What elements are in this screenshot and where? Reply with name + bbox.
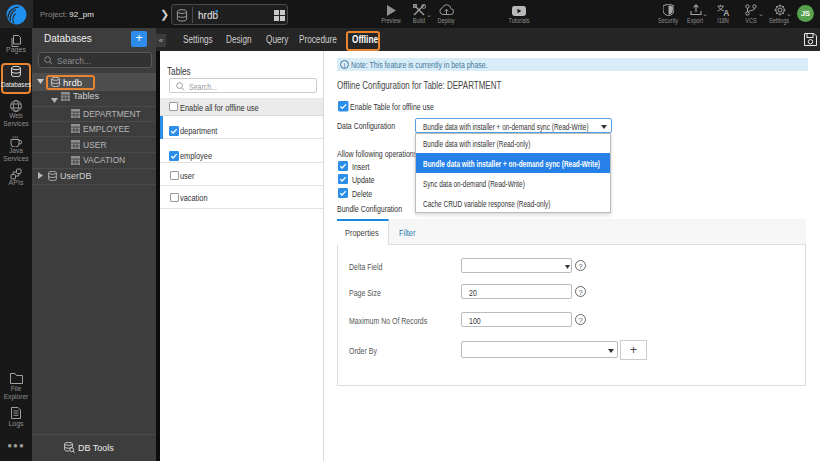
svg-text:A: A	[723, 8, 729, 16]
